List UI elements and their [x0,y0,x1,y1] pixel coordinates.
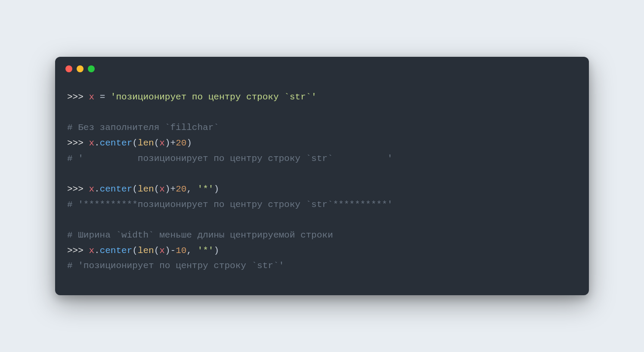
paren-op: )+ [165,184,176,194]
paren: ) [186,138,192,148]
method-name: center [100,184,133,194]
close-icon[interactable] [65,65,72,72]
variable-name: x [159,246,165,256]
variable-name: x [89,138,94,148]
number-literal: 20 [176,184,186,194]
func-name: len [138,246,154,256]
paren: ( [132,138,138,148]
dot-op: . [94,246,100,256]
number-literal: 10 [176,246,186,256]
window-titlebar [55,57,589,72]
paren: ) [214,246,219,256]
number-literal: 20 [176,138,186,148]
repl-prompt: >>> [67,92,89,102]
dot-op: . [94,138,100,148]
assign-op: = [94,92,111,102]
comma: , [186,246,197,256]
string-literal: 'позиционирует по центру строку `str`' [111,92,317,102]
paren: ( [154,138,160,148]
variable-name: x [89,246,94,256]
code-block: >>> x = 'позиционирует по центру строку … [55,72,589,295]
paren: ( [154,246,160,256]
method-name: center [100,246,133,256]
paren-op: )- [165,246,176,256]
comment-line: # 'позиционирует по центру строку `str`' [67,261,284,271]
paren: ( [154,184,160,194]
repl-prompt: >>> [67,246,89,256]
comment-line: # Ширина `width` меньше длины центрируем… [67,230,333,240]
repl-prompt: >>> [67,184,89,194]
minimize-icon[interactable] [77,65,84,72]
string-literal: '*' [198,184,214,194]
variable-name: x [89,184,94,194]
comma: , [186,184,197,194]
paren: ( [132,246,138,256]
repl-prompt: >>> [67,138,89,148]
code-window: >>> x = 'позиционирует по центру строку … [55,57,589,295]
comment-line: # '**********позиционирует по центру стр… [67,200,393,210]
method-name: center [100,138,133,148]
paren: ( [132,184,138,194]
comment-line: # Без заполнителя `fillchar` [67,123,219,133]
paren-op: )+ [165,138,176,148]
func-name: len [138,184,154,194]
string-literal: '*' [198,246,214,256]
comment-line: # ' позиционирует по центру строку `str`… [67,154,393,164]
dot-op: . [94,184,100,194]
maximize-icon[interactable] [88,65,95,72]
variable-name: x [159,184,165,194]
variable-name: x [89,92,94,102]
variable-name: x [159,138,165,148]
func-name: len [138,138,154,148]
paren: ) [214,184,219,194]
